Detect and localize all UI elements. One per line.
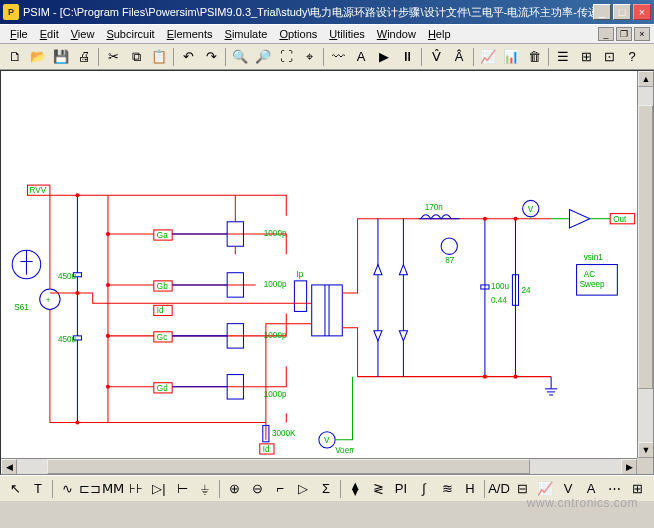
menu-options[interactable]: Options: [273, 27, 323, 41]
fit-icon[interactable]: ⛶: [275, 46, 297, 68]
palette-ground-icon[interactable]: ⏚: [194, 478, 216, 500]
menu-subcircuit[interactable]: Subcircuit: [100, 27, 160, 41]
minimize-button[interactable]: _: [593, 4, 611, 20]
undo-icon[interactable]: ↶: [177, 46, 199, 68]
scroll-corner: [637, 458, 653, 474]
watermark: www.cntronics.com: [527, 496, 638, 510]
svg-point-9: [75, 291, 79, 295]
doc-restore-button[interactable]: ❐: [616, 27, 632, 41]
palette-sine-icon[interactable]: ∿: [56, 478, 78, 500]
zoom-sel-icon[interactable]: ⌖: [298, 46, 320, 68]
palette-tf-icon[interactable]: H: [459, 478, 481, 500]
svg-point-56: [483, 217, 487, 221]
extra-icon[interactable]: ⊡: [598, 46, 620, 68]
svg-text:100u: 100u: [491, 282, 509, 291]
print-icon[interactable]: 🖨: [73, 46, 95, 68]
svg-text:+: +: [46, 296, 51, 305]
menu-file[interactable]: File: [4, 27, 34, 41]
palette-gain-icon[interactable]: ▷: [292, 478, 314, 500]
svg-text:Gb: Gb: [157, 282, 168, 291]
scroll-right-icon[interactable]: ▶: [621, 459, 637, 475]
h-scroll-thumb[interactable]: [47, 459, 530, 474]
svg-text:Sweep: Sweep: [580, 280, 605, 289]
palette-capacitor-icon[interactable]: ⊦⊦: [125, 478, 147, 500]
palette-pi-icon[interactable]: PI: [390, 478, 412, 500]
palette-resistor-icon[interactable]: ⊏⊐: [79, 478, 101, 500]
svg-text:1000p: 1000p: [264, 331, 287, 340]
schematic-diagram: S61 + RVV 450u 450u: [1, 71, 653, 468]
menu-window[interactable]: Window: [371, 27, 422, 41]
window-title: PSIM - [C:\Program Files\Powersim\PSIM9.…: [23, 5, 593, 20]
menu-view[interactable]: View: [65, 27, 101, 41]
v-scrollbar[interactable]: ▲ ▼: [637, 71, 653, 458]
palette-dc-src-icon[interactable]: ⊕: [223, 478, 245, 500]
doc-close-button[interactable]: ×: [634, 27, 650, 41]
svg-point-11: [106, 232, 110, 236]
scroll-down-icon[interactable]: ▼: [638, 442, 654, 458]
menu-utilities[interactable]: Utilities: [323, 27, 370, 41]
source-label: S61: [14, 303, 29, 312]
rectifier: [374, 219, 408, 377]
close-button[interactable]: ×: [633, 4, 651, 20]
palette-inductor-icon[interactable]: ⅯⅯ: [102, 478, 124, 500]
zoom-out-icon[interactable]: 🔎: [252, 46, 274, 68]
zoom-in-icon[interactable]: 🔍: [229, 46, 251, 68]
palette-sum-icon[interactable]: Σ: [315, 478, 337, 500]
svg-point-57: [513, 217, 517, 221]
palette-ac-src-icon[interactable]: ⊖: [246, 478, 268, 500]
schematic-canvas[interactable]: S61 + RVV 450u 450u: [0, 70, 654, 475]
svg-text:Ga: Ga: [157, 231, 168, 240]
svg-text:Id: Id: [263, 445, 270, 454]
pause-icon[interactable]: ⏸: [396, 46, 418, 68]
svg-text:87: 87: [445, 256, 455, 265]
h-scrollbar[interactable]: ◀ ▶: [1, 458, 637, 474]
maximize-button[interactable]: □: [613, 4, 631, 20]
svg-point-12: [106, 283, 110, 287]
menu-help[interactable]: Help: [422, 27, 457, 41]
menu-simulate[interactable]: Simulate: [219, 27, 274, 41]
help-icon[interactable]: ?: [621, 46, 643, 68]
svg-text:V: V: [324, 436, 330, 445]
titlebar: P PSIM - [C:\Program Files\Powersim\PSIM…: [0, 0, 654, 24]
svg-point-10: [75, 420, 79, 424]
palette-step-icon[interactable]: ⌐: [269, 478, 291, 500]
v-scroll-thumb[interactable]: [638, 105, 653, 389]
wire-icon[interactable]: 〰: [327, 46, 349, 68]
menu-bar: File Edit View Subcircuit Elements Simul…: [0, 24, 654, 44]
copy-icon[interactable]: ⧉: [125, 46, 147, 68]
scope-icon[interactable]: 📈: [477, 46, 499, 68]
palette-text-icon[interactable]: T: [27, 478, 49, 500]
extra-icon[interactable]: ☰: [552, 46, 574, 68]
garbage-icon[interactable]: 🗑: [523, 46, 545, 68]
new-icon[interactable]: 🗋: [4, 46, 26, 68]
paste-icon[interactable]: 📋: [148, 46, 170, 68]
palette-integrator-icon[interactable]: ∫: [413, 478, 435, 500]
run-icon[interactable]: ▶: [373, 46, 395, 68]
svg-text:Id: Id: [157, 306, 164, 315]
probe-v-icon[interactable]: V̂: [425, 46, 447, 68]
svg-text:0.44: 0.44: [491, 296, 507, 305]
palette-comparator-icon[interactable]: ≷: [367, 478, 389, 500]
menu-elements[interactable]: Elements: [161, 27, 219, 41]
palette-limit-icon[interactable]: ⧫: [344, 478, 366, 500]
cut-icon[interactable]: ✂: [102, 46, 124, 68]
palette-select-icon[interactable]: ↖: [4, 478, 26, 500]
chart-icon[interactable]: 📊: [500, 46, 522, 68]
doc-minimize-button[interactable]: _: [598, 27, 614, 41]
extra-icon[interactable]: ⊞: [575, 46, 597, 68]
menu-edit[interactable]: Edit: [34, 27, 65, 41]
palette-mosfet-icon[interactable]: ⊢: [171, 478, 193, 500]
scroll-left-icon[interactable]: ◀: [1, 459, 17, 475]
save-icon[interactable]: 💾: [50, 46, 72, 68]
label-icon[interactable]: A: [350, 46, 372, 68]
svg-text:1000p: 1000p: [264, 390, 287, 399]
svg-marker-62: [569, 210, 589, 228]
open-icon[interactable]: 📂: [27, 46, 49, 68]
probe-i-icon[interactable]: Â: [448, 46, 470, 68]
svg-text:vsin1: vsin1: [584, 253, 603, 262]
redo-icon[interactable]: ↷: [200, 46, 222, 68]
palette-adc-icon[interactable]: A/D: [488, 478, 510, 500]
palette-diode-icon[interactable]: ▷|: [148, 478, 170, 500]
scroll-up-icon[interactable]: ▲: [638, 71, 654, 87]
palette-filter-icon[interactable]: ≋: [436, 478, 458, 500]
